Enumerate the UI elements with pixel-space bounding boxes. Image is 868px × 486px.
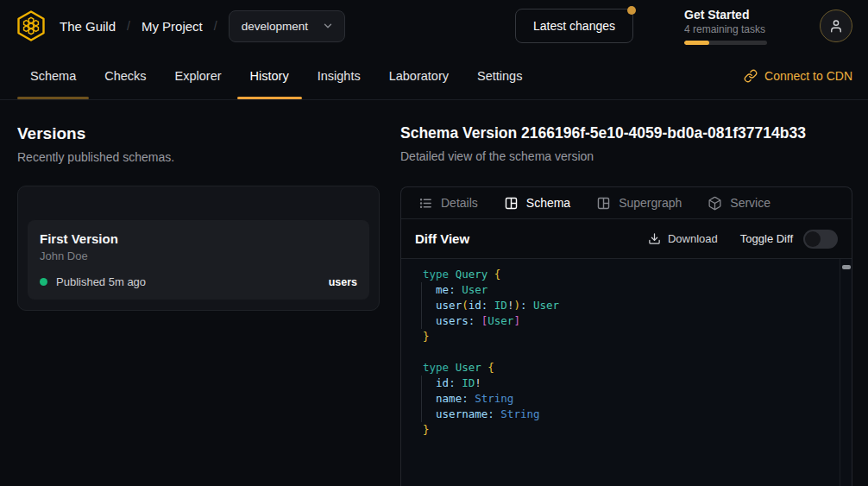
code-line: } [423,329,852,344]
nav-tab-explorer[interactable]: Explorer [162,52,235,99]
progress-fill [684,41,709,45]
nav-tab-checks[interactable]: Checks [91,52,159,99]
columns-icon [504,196,519,211]
breadcrumb-separator: / [214,19,217,33]
detail-tab-list: Details Schema Supergraph [401,187,852,219]
nav-tab-schema[interactable]: Schema [17,52,89,99]
code-scrollbar-thumb[interactable] [842,265,851,269]
code-content: type Query { me: User user(id: ID!): Use… [401,259,852,438]
nav-tab-insights[interactable]: Insights [305,52,374,99]
tab-supergraph[interactable]: Supergraph [596,196,682,211]
version-name: First Version [40,231,357,246]
breadcrumb-org[interactable]: The Guild [60,19,116,34]
user-icon [828,18,844,34]
breadcrumb-separator: / [127,19,130,33]
target-selector[interactable]: development [229,10,345,42]
nav-tab-laboratory[interactable]: Laboratory [376,52,462,99]
main-content: Versions Recently published schemas. Fir… [0,100,868,486]
code-line: } [423,422,852,438]
connect-to-cdn-label: Connect to CDN [764,69,852,83]
nav-tab-settings[interactable]: Settings [464,52,535,99]
columns-icon [596,196,611,211]
versions-title: Versions [17,124,380,143]
code-line: username: String [423,407,852,422]
code-line: user(id: ID!): User [423,298,852,313]
version-meta-row: Published 5m ago users [40,275,357,288]
toggle-diff-switch[interactable] [803,230,838,249]
code-line: me: User [423,282,852,298]
version-detail-panel: Details Schema Supergraph [400,186,852,486]
avatar[interactable] [820,9,852,42]
app-root: The Guild / My Project / development Lat… [0,0,868,486]
toggle-knob [805,231,821,247]
tab-service-label: Service [730,196,771,210]
code-line: id: ID! [423,376,852,391]
tab-details-label: Details [441,196,478,210]
notification-dot [627,6,636,15]
nav-tab-list: Schema Checks Explorer History Insights … [17,52,535,99]
get-started-subtitle: 4 remaining tasks [684,23,767,35]
tab-schema-view[interactable]: Schema [504,196,570,211]
published-status-dot [40,278,47,286]
get-started-progressbar [684,41,767,45]
download-button[interactable]: Download [648,232,718,245]
tab-schema-label: Schema [526,196,570,210]
diff-view-title: Diff View [415,231,469,246]
nav-tab-history[interactable]: History [237,52,302,99]
code-line: type Query { [423,267,852,282]
link-icon [744,69,758,83]
diff-toolbar: Diff View Download Toggle Diff [401,219,852,259]
versions-subtitle: Recently published schemas. [17,150,380,164]
chevron-down-icon [322,20,334,32]
download-label: Download [668,232,718,245]
version-author: John Doe [40,249,357,262]
version-item[interactable]: First Version John Doe Published 5m ago … [28,220,369,300]
latest-changes-label: Latest changes [533,19,615,33]
download-icon [648,232,661,245]
diff-actions: Download Toggle Diff [648,230,838,249]
toggle-diff-control: Toggle Diff [740,230,838,249]
versions-card: First Version John Doe Published 5m ago … [17,186,380,311]
cube-icon [708,196,722,211]
version-detail-section: Schema Version 2166196f-5e10-4059-bd0a-0… [390,100,868,486]
version-detail-title: Schema Version 2166196f-5e10-4059-bd0a-0… [400,124,852,142]
code-line [423,344,852,360]
tab-service[interactable]: Service [708,196,771,211]
latest-changes-button[interactable]: Latest changes [515,9,633,43]
code-line: type User { [423,360,852,376]
main-nav: Schema Checks Explorer History Insights … [0,52,868,100]
breadcrumb-project[interactable]: My Project [142,19,203,34]
version-service-badge: users [329,276,357,288]
tab-details[interactable]: Details [418,196,478,211]
toggle-diff-label: Toggle Diff [740,232,793,245]
indent-guide [421,282,422,329]
code-line: users: [User] [423,313,852,329]
list-icon [418,196,433,211]
code-scrollbar [840,259,852,486]
code-line: name: String [423,391,852,407]
version-status: Published 5m ago [56,275,146,288]
code-viewer[interactable]: type Query { me: User user(id: ID!): Use… [401,259,852,486]
tab-supergraph-label: Supergraph [619,196,682,210]
indent-guide [421,376,422,422]
versions-section: Versions Recently published schemas. Fir… [0,100,390,486]
get-started-title: Get Started [684,8,767,22]
top-header: The Guild / My Project / development Lat… [0,0,868,52]
connect-to-cdn-link[interactable]: Connect to CDN [744,52,852,99]
hive-logo-icon[interactable] [14,9,48,43]
version-detail-subtitle: Detailed view of the schema version [400,149,852,163]
target-selector-value: development [242,20,308,33]
get-started-widget[interactable]: Get Started 4 remaining tasks [684,8,767,45]
